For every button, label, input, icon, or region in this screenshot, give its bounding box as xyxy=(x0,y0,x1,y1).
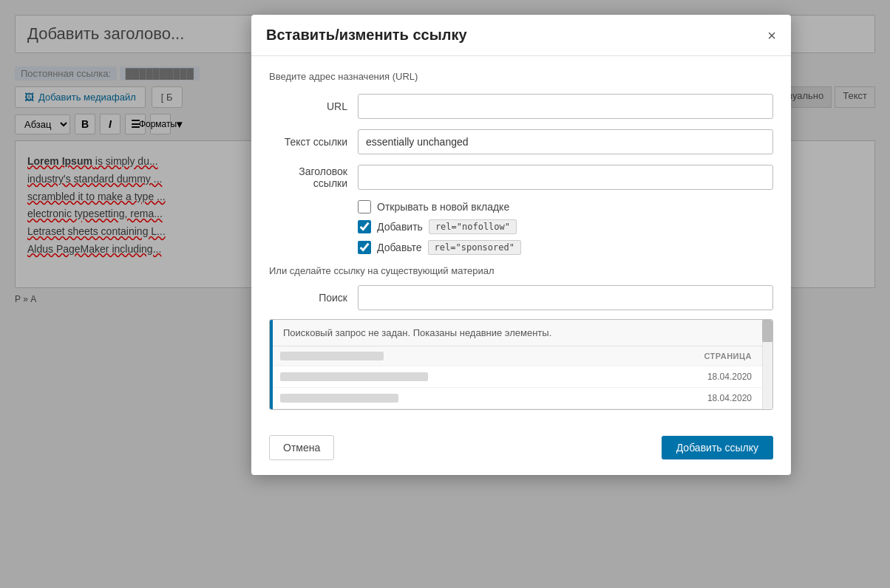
modal-body: Введите адрес назначения (URL) URL Текст… xyxy=(251,56,791,425)
scrollbar-thumb[interactable] xyxy=(762,320,772,342)
table-row[interactable]: 18.04.2020 xyxy=(270,388,762,409)
results-empty-message: Поисковый запрос не задан. Показаны неда… xyxy=(270,320,772,346)
add-link-button[interactable]: Добавить ссылку xyxy=(662,436,773,459)
nofollow-badge: rel="nofollow" xyxy=(429,219,517,234)
link-text-input[interactable] xyxy=(358,129,773,154)
insert-link-modal: Вставить/изменить ссылку × Введите адрес… xyxy=(251,15,791,475)
add-nofollow-row: Добавить rel="nofollow" xyxy=(358,219,773,234)
result-date: 18.04.2020 xyxy=(707,372,752,382)
modal-close-button[interactable]: × xyxy=(767,28,776,43)
results-column-header-row: СТРАНИЦА xyxy=(270,346,762,366)
add-nofollow-label[interactable]: Добавить xyxy=(377,221,423,233)
result-title-placeholder xyxy=(280,352,384,360)
link-title-label: Заголовокссылки xyxy=(269,165,358,189)
add-sponsored-row: Добавьте rel="sponsored" xyxy=(358,240,773,255)
search-input[interactable] xyxy=(358,285,773,310)
link-title-row: Заголовокссылки xyxy=(269,165,773,190)
sponsored-badge: rel="sponsored" xyxy=(428,240,521,255)
cancel-button[interactable]: Отмена xyxy=(269,435,334,460)
result-title-bar xyxy=(280,372,428,381)
results-scrollbar[interactable] xyxy=(762,320,772,409)
link-text-row: Текст ссылки xyxy=(269,129,773,154)
modal-footer: Отмена Добавить ссылку xyxy=(251,425,791,475)
column-header-label: СТРАНИЦА xyxy=(704,352,752,360)
open-new-tab-label[interactable]: Открывать в новой вкладке xyxy=(377,201,509,213)
open-new-tab-checkbox[interactable] xyxy=(358,200,371,213)
modal-title: Вставить/изменить ссылку xyxy=(266,27,467,44)
results-left-accent xyxy=(270,320,273,409)
add-sponsored-label[interactable]: Добавьте xyxy=(377,242,422,253)
modal-header: Вставить/изменить ссылку × xyxy=(251,15,791,56)
link-text-label: Текст ссылки xyxy=(269,136,358,148)
result-date: 18.04.2020 xyxy=(707,393,752,403)
search-results-container: Поисковый запрос не задан. Показаны неда… xyxy=(269,319,773,410)
result-title-bar xyxy=(280,394,398,403)
url-input[interactable] xyxy=(358,94,773,119)
table-row[interactable]: 18.04.2020 xyxy=(270,366,762,388)
open-new-tab-row: Открывать в новой вкладке xyxy=(358,200,773,213)
add-nofollow-checkbox[interactable] xyxy=(358,220,371,233)
add-sponsored-checkbox[interactable] xyxy=(358,241,371,254)
link-title-input[interactable] xyxy=(358,165,773,190)
checkboxes-area: Открывать в новой вкладке Добавить rel="… xyxy=(358,200,773,255)
search-row: Поиск xyxy=(269,285,773,310)
search-label: Поиск xyxy=(269,292,358,304)
results-list[interactable]: СТРАНИЦА 18.04.2020 18.04.2020 xyxy=(270,346,772,409)
search-section-label: Или сделайте ссылку на существующий мате… xyxy=(269,265,773,276)
url-label: URL xyxy=(269,100,358,112)
url-row: URL xyxy=(269,94,773,119)
modal-subtitle: Введите адрес назначения (URL) xyxy=(269,71,773,82)
